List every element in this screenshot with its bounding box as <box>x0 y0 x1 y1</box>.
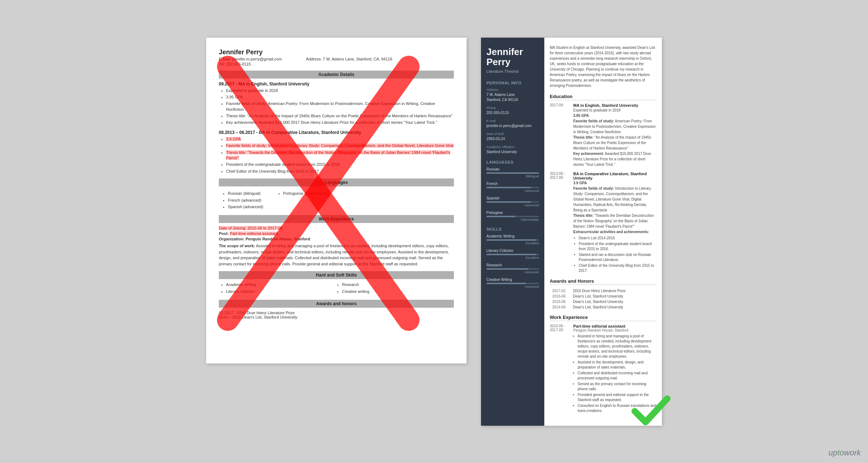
job-post: Post: Part-time editorial assistant <box>219 231 454 236</box>
left-email-line: E-Mail: jennifer.m.perry@gmail.com Addre… <box>219 57 454 61</box>
lang-russian: Russian Billingual <box>486 167 539 178</box>
award-row-3: 2015-06 Dean's List, Stanford University <box>550 299 656 304</box>
award-date-3: 2015-06 <box>550 299 570 304</box>
affiliation-value-sidebar: Stanford University <box>486 150 539 155</box>
personal-info-label: Personal Info <box>486 81 539 85</box>
email-label-sidebar: E-mail <box>486 119 539 123</box>
edu-date-1: 2017-09 <box>550 103 570 167</box>
right-resume: Jennifer Perry Literature Theorist Perso… <box>481 38 662 426</box>
sidebar: Jennifer Perry Literature Theorist Perso… <box>481 38 544 426</box>
education-label: Education <box>550 94 656 100</box>
skills-list: Academic writing Literary criticism Rese… <box>219 282 454 295</box>
skill-research: Research Advanced <box>486 263 539 274</box>
edu-bullets-2: Dean's List 2014-2016 President of the u… <box>573 236 656 273</box>
email-value: jennifer.m.perry@gmail.com <box>232 57 282 61</box>
lang-portugese: Portugese Intermediate <box>486 211 539 222</box>
address-value: 7 W. Adams Lane, Stanford, CA, 94116 <box>323 57 392 61</box>
phone-value-sidebar: 202-555-0115 <box>486 110 539 115</box>
work-entry-1: 2015-06 -2017-09 Part-time editorial ass… <box>550 324 656 414</box>
award-1: 02.2017 - 2016 Drue Heinz Literature Pri… <box>219 311 454 315</box>
address-label: Address: <box>306 57 322 61</box>
address-value-sidebar: 7 W. Adams LaneStanford, CA 94116 <box>486 92 539 102</box>
work-bullets: Assisted in hiring and managing a pool o… <box>573 334 656 413</box>
edu-details-2: 3.9 GPA Favorite fields of study: Introd… <box>219 136 454 174</box>
edu-item-2: 08.2013 – 06.2017 - BA in Comparative Li… <box>219 130 454 174</box>
address-label-sidebar: Address <box>486 88 539 92</box>
award-row-4: 2014-06 Dean's List, Stanford University <box>550 305 656 310</box>
award-date-1: 2017-02 <box>550 289 570 293</box>
work-section-header: Work Experience <box>219 215 454 223</box>
work-label: Work Experience <box>550 315 656 321</box>
left-name: Jennifer Perry <box>219 49 454 56</box>
skills-label-sidebar: Skills <box>486 227 539 231</box>
edu-date-2: 2013-08 -2017-06 <box>550 172 570 274</box>
skill-creative-writing: Creative Writing Advanced <box>486 278 539 289</box>
awards-table: 2017-02 2016 Drue Heinz Literature Prize… <box>550 288 656 310</box>
skill-literary-criticism: Literary Criticism Excellent <box>486 249 539 260</box>
awards-label: Awards and Honors <box>550 278 656 285</box>
award-text-2: Dean's List, Stanford University <box>571 294 656 299</box>
summary-text: MA Student in English at Stanford Univer… <box>550 45 656 88</box>
edu-title-1: 09.2017 - MA in English, Stanford Univer… <box>219 81 454 87</box>
award-text-1: 2016 Drue Heinz Literature Prize <box>571 289 656 293</box>
academic-section-header: Academic Details <box>219 71 454 79</box>
lang-french: French Advanced <box>486 182 539 193</box>
edu-entry-2: 2013-08 -2017-06 BA in Comparative Litar… <box>550 172 656 274</box>
award-row-1: 2017-02 2016 Drue Heinz Literature Prize <box>550 289 656 293</box>
work-details-1: Part-time editorial assistant Penguin Ra… <box>573 324 656 414</box>
affiliation-label-sidebar: Academic Affiliation <box>486 145 539 149</box>
tel-value: 202-555-0115 <box>226 62 251 66</box>
work-section: Date of Joining: 2015-06 to 2017-09 Post… <box>219 226 454 267</box>
lang-col1: Russian (bilingual) French (advanced) Sp… <box>222 191 263 211</box>
skill-academic-writing: Academic Writing Excellent <box>486 234 539 245</box>
lang-section-header: Languages <box>219 178 454 186</box>
right-resume-wrapper: Jennifer Perry Literature Theorist Perso… <box>481 38 662 426</box>
sidebar-name-line1: Jennifer Perry <box>486 47 539 67</box>
email-value-sidebar: jennifer.m.perry@gmail.com <box>486 123 539 129</box>
work-date-1: 2015-06 -2017-09 <box>550 324 570 414</box>
job-org: Organization: Penguin Random House, Stan… <box>219 237 454 241</box>
edu-title-2: 08.2013 – 06.2017 - BA in Comparative Li… <box>219 130 454 135</box>
award-row-2: 2016-06 Dean's List, Stanford University <box>550 294 656 299</box>
award-text-3: Dean's List, Stanford University <box>571 299 656 304</box>
job-header: Date of Joining: 2015-06 to 2017-09 <box>219 226 454 230</box>
edu-item-1: 09.2017 - MA in English, Stanford Univer… <box>219 81 454 126</box>
languages-label-sidebar: Languages <box>486 160 539 164</box>
dob-value-sidebar: 1993-03-24 <box>486 136 539 142</box>
languages-section: Russian (bilingual) French (advanced) Sp… <box>219 189 454 211</box>
main-content: MA Student in English at Stanford Univer… <box>544 38 662 426</box>
dob-label-sidebar: Date of birth <box>486 132 539 136</box>
award-text-4: Dean's List, Stanford University <box>571 305 656 310</box>
job-scope: The scope of work: Assisted in hiring an… <box>219 243 454 267</box>
award-date-4: 2014-06 <box>550 305 570 310</box>
left-resume: Jennifer Perry E-Mail: jennifer.m.perry@… <box>206 38 467 363</box>
awards-section: 02.2017 - 2016 Drue Heinz Literature Pri… <box>219 311 454 319</box>
upwork-logo: uptowork <box>829 448 861 458</box>
edu-details-main-2: BA in Comparative Litarature, Stanford U… <box>573 172 656 274</box>
award-2: 2014 – 2016 Dean's List, Stanford Univer… <box>219 315 454 319</box>
edu-details-1: Expected to graduate in 2018 3.95 GPA Fa… <box>219 88 454 126</box>
left-resume-wrapper: Jennifer Perry E-Mail: jennifer.m.perry@… <box>206 38 467 363</box>
left-tel-line: Tel: 202-555-0115 <box>219 62 454 66</box>
tel-label: Tel: <box>219 62 225 66</box>
lang-col2: Portuguese (Intermediate) <box>278 191 329 211</box>
email-label: E-Mail: <box>219 57 231 61</box>
skills-section-header: Hard and Soft Skills <box>219 271 454 279</box>
award-date-2: 2016-06 <box>550 294 570 299</box>
awards-section-header: Awards and honors <box>219 300 454 308</box>
lang-spanish: Spanish Advanced <box>486 196 539 207</box>
sidebar-title: Literature Theorist <box>486 69 539 73</box>
edu-entry-1: 2017-09 MA in English, Stanford Universi… <box>550 103 656 167</box>
edu-details-main-1: MA in English, Stanford University Expec… <box>573 103 656 167</box>
phone-label-sidebar: Phone <box>486 106 539 110</box>
